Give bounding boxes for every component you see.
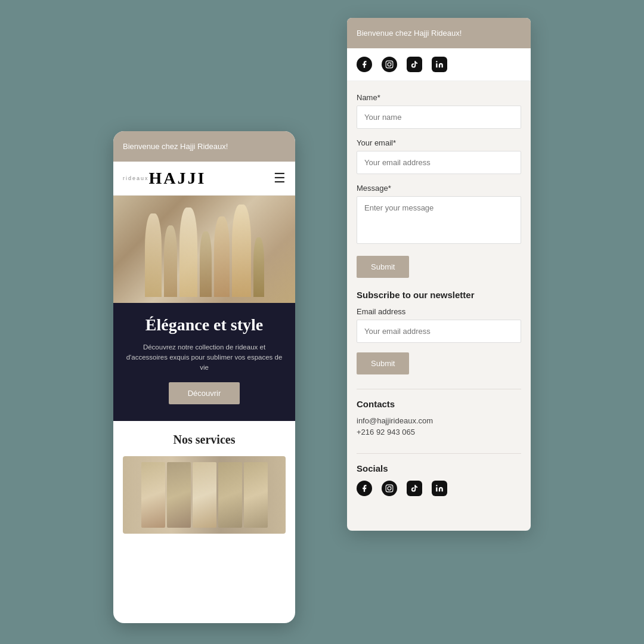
stripe-2 [164,225,177,297]
social-bar-top [347,48,531,81]
stripe-1 [145,213,162,297]
left-announcement-text: Bienvenue chez Hajji Rideaux! [123,142,228,151]
fabric-1 [141,462,165,528]
name-field-group: Name* [357,93,521,129]
fabric-5 [244,462,268,528]
fabric-3 [193,462,216,528]
services-image [123,456,286,534]
svg-point-1 [388,63,391,66]
socials-title: Socials [357,463,521,473]
hamburger-menu[interactable]: ☰ [274,171,286,186]
phone-mockup-left: Bienvenue chez Hajji Rideaux! rideaux HA… [113,131,295,623]
email-label: Your email* [357,138,521,147]
stripe-7 [253,237,264,297]
svg-point-6 [391,486,392,487]
linkedin-icon-bottom[interactable] [432,481,447,496]
newsletter-title: Subscribe to our newsletter [357,290,521,300]
services-section: Nos services [113,421,295,546]
svg-point-5 [388,487,391,490]
contact-email: info@hajjirideaux.com [357,416,521,425]
message-field-group: Message* [357,184,521,246]
newsletter-email-group: Email address [357,307,521,343]
hero-image [113,196,295,303]
svg-rect-0 [386,61,393,68]
newsletter-email-input[interactable] [357,320,521,343]
logo-main: HAJJI [149,169,206,188]
contact-panel: Bienvenue chez Hajji Rideaux! Name* Your… [347,18,531,531]
form-submit-button[interactable]: Submit [357,256,409,278]
contact-form: Name* Your email* Message* Submit [347,81,531,290]
contacts-title: Contacts [357,399,521,409]
hero-title: Élégance et style [123,315,286,335]
newsletter-section: Subscribe to our newsletter Email addres… [347,290,531,384]
linkedin-icon-top[interactable] [432,57,447,72]
tiktok-icon-bottom[interactable] [407,481,422,496]
email-input[interactable] [357,151,521,174]
hero-description: Découvrez notre collection de rideaux et… [123,342,286,373]
stripe-3 [179,208,197,297]
right-announcement-text: Bienvenue chez Hajji Rideaux! [357,29,462,38]
logo: rideaux HAJJI [123,169,206,188]
services-title: Nos services [123,433,286,447]
right-announcement-bar: Bienvenue chez Hajji Rideaux! [347,18,531,48]
stripe-6 [232,205,251,297]
fabric-stripes [135,462,274,528]
hero-text-block: Élégance et style Découvrez notre collec… [113,303,295,421]
email-field-group: Your email* [357,138,521,174]
left-announcement-bar: Bienvenue chez Hajji Rideaux! [113,131,295,162]
newsletter-email-label: Email address [357,307,521,316]
contact-phone: +216 92 943 065 [357,428,521,436]
facebook-icon-top[interactable] [357,57,372,72]
instagram-icon-bottom[interactable] [382,481,397,496]
message-label: Message* [357,184,521,193]
fabric-2 [167,462,191,528]
left-nav-bar: rideaux HAJJI ☰ [113,162,295,196]
svg-point-7 [436,485,437,486]
instagram-icon-top[interactable] [382,57,397,72]
social-bar-bottom [357,481,521,496]
fabric-4 [218,462,242,528]
svg-point-3 [436,61,437,62]
discover-button[interactable]: Découvrir [169,382,240,404]
tiktok-icon-top[interactable] [407,57,422,72]
stripe-4 [200,231,212,297]
curtain-decoration [133,202,276,297]
name-label: Name* [357,93,521,102]
hero-section: Élégance et style Découvrez notre collec… [113,196,295,421]
svg-point-2 [391,62,392,63]
divider-2 [357,453,521,454]
newsletter-submit-button[interactable]: Submit [357,352,409,374]
facebook-icon-bottom[interactable] [357,481,372,496]
svg-rect-4 [386,485,393,492]
message-textarea[interactable] [357,196,521,244]
divider-1 [357,389,521,389]
stripe-5 [214,216,230,297]
contacts-section: Contacts info@hajjirideaux.com +216 92 9… [347,394,531,448]
name-input[interactable] [357,106,521,129]
socials-section: Socials [347,459,531,506]
